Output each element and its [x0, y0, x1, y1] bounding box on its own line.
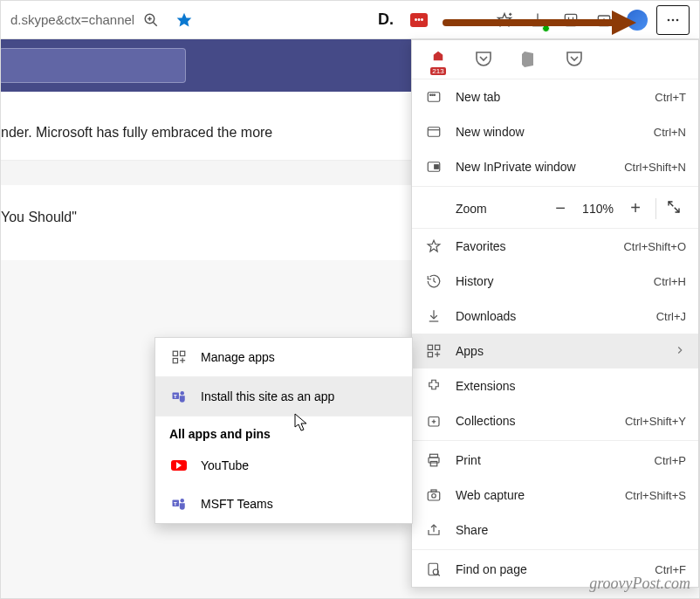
browser-toolbar: d.skype&ctx=channel D. •••: [1, 1, 699, 39]
extensions-icon: [424, 378, 443, 394]
zoom-in-button[interactable]: +: [621, 198, 650, 218]
extension-lastpass-icon[interactable]: •••: [405, 6, 433, 34]
svg-rect-51: [181, 351, 185, 355]
svg-point-20: [430, 94, 432, 96]
svg-rect-50: [173, 351, 177, 355]
find-icon: [424, 561, 443, 577]
svg-rect-10: [565, 14, 576, 25]
svg-line-1: [153, 22, 157, 26]
menu-apps[interactable]: Apps: [412, 334, 698, 368]
menu-new-window[interactable]: New window Ctrl+N: [412, 114, 698, 149]
submenu-youtube[interactable]: YouTube: [155, 446, 412, 485]
svg-rect-42: [430, 462, 437, 466]
url-fragment: d.skype&ctx=channel: [8, 12, 134, 27]
print-icon: [424, 452, 443, 468]
favorites-toolbar-icon[interactable]: [491, 6, 518, 34]
inprivate-icon: [424, 159, 443, 175]
extension-d-icon[interactable]: D.: [372, 6, 400, 34]
svg-rect-34: [428, 353, 432, 357]
zoom-out-button[interactable]: −: [546, 198, 575, 218]
history-icon: [424, 273, 443, 289]
zoom-value: 110%: [575, 202, 621, 216]
profile-avatar-icon[interactable]: [623, 6, 651, 34]
svg-point-44: [432, 494, 436, 499]
fullscreen-button[interactable]: [662, 199, 686, 217]
svg-point-16: [668, 18, 670, 21]
submenu-heading: All apps and pins: [155, 417, 412, 446]
apps-submenu: Manage apps T Install this site as an ap…: [154, 337, 413, 524]
menu-collections[interactable]: Collections Ctrl+Shift+Y: [412, 403, 698, 438]
submenu-msft-teams[interactable]: T MSFT Teams: [155, 485, 412, 523]
collections-icon: [424, 413, 443, 429]
svg-marker-5: [498, 13, 511, 25]
svg-rect-23: [428, 127, 440, 137]
manage-apps-icon: [169, 349, 189, 365]
new-tab-icon: [424, 89, 443, 105]
office-icon[interactable]: [518, 49, 539, 70]
svg-rect-43: [428, 492, 440, 500]
svg-line-49: [438, 574, 440, 575]
menu-favorites[interactable]: Favorites Ctrl+Shift+O: [412, 229, 698, 264]
svg-marker-29: [428, 240, 440, 251]
svg-text:T: T: [174, 394, 177, 399]
pocket-icon[interactable]: [473, 49, 494, 70]
svg-line-27: [669, 202, 673, 206]
menu-extensions[interactable]: Extensions: [412, 368, 698, 403]
teams-app-icon: T: [169, 389, 189, 404]
svg-point-22: [434, 94, 436, 96]
downloads-toolbar-icon[interactable]: [524, 6, 552, 34]
watermark: groovyPost.com: [589, 575, 690, 593]
collections-toolbar-icon[interactable]: [590, 6, 618, 34]
svg-marker-4: [177, 12, 192, 26]
pocket-icon-2[interactable]: [564, 49, 585, 70]
svg-line-28: [675, 208, 679, 212]
favorites-icon: [424, 238, 443, 254]
apps-icon: [424, 343, 443, 359]
svg-rect-52: [173, 359, 177, 363]
menu-new-inprivate[interactable]: New InPrivate window Ctrl+Shift+N: [412, 149, 698, 184]
favorite-star-icon[interactable]: [170, 6, 198, 34]
svg-rect-26: [435, 165, 439, 169]
svg-point-21: [432, 94, 434, 96]
svg-rect-32: [428, 345, 432, 349]
svg-rect-19: [428, 93, 440, 102]
menu-share[interactable]: Share: [412, 513, 698, 547]
menu-zoom-row: Zoom − 110% +: [412, 189, 698, 229]
submenu-install-site[interactable]: T Install this site as an app: [155, 377, 412, 416]
svg-point-57: [181, 391, 185, 396]
menu-print[interactable]: Print Ctrl+P: [412, 443, 698, 478]
teams-search-box[interactable]: [0, 48, 186, 83]
menu-downloads[interactable]: Downloads Ctrl+J: [412, 299, 698, 334]
svg-point-18: [676, 18, 679, 21]
web-capture-icon: [424, 487, 443, 503]
downloads-icon: [424, 308, 443, 324]
svg-point-60: [181, 499, 185, 503]
edge-settings-menu: 213 New tab Ctrl+T New window Ctrl+N New…: [411, 39, 699, 588]
menu-new-tab[interactable]: New tab Ctrl+T: [412, 79, 698, 114]
settings-more-button[interactable]: [656, 5, 690, 35]
menu-history[interactable]: History Ctrl+H: [412, 264, 698, 299]
youtube-icon: [169, 460, 189, 471]
share-icon: [424, 522, 443, 538]
submenu-manage-apps[interactable]: Manage apps: [155, 338, 412, 376]
extension-square-icon[interactable]: [557, 6, 585, 34]
teams-app-icon: T: [169, 496, 189, 512]
svg-rect-33: [436, 345, 440, 349]
svg-text:T: T: [174, 501, 177, 506]
new-window-icon: [424, 124, 443, 140]
chevron-right-icon: [674, 344, 686, 359]
svg-rect-45: [431, 490, 436, 492]
svg-point-17: [672, 18, 675, 21]
zoom-icon[interactable]: [137, 6, 165, 34]
calendar-pinned-icon[interactable]: 213: [428, 49, 449, 70]
menu-quick-icons: 213: [412, 40, 698, 79]
menu-web-capture[interactable]: Web capture Ctrl+Shift+S: [412, 478, 698, 513]
